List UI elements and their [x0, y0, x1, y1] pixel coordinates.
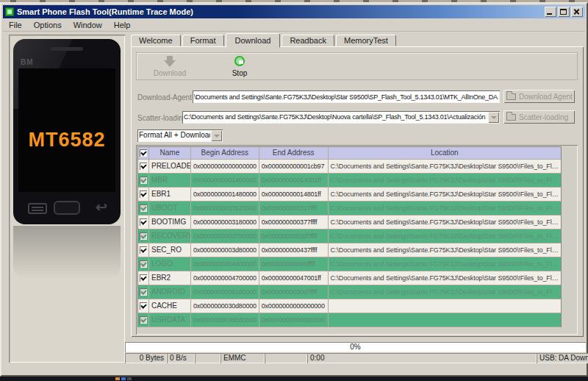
checkbox-icon	[140, 274, 147, 282]
download-agent-browse-button[interactable]: Download Agent	[503, 90, 575, 103]
window-title: Smart Phone Flash Tool(Runtime Trace Mod…	[17, 7, 193, 16]
tab[interactable]: Welcome	[131, 35, 181, 46]
phone-brand-label: BM	[21, 58, 34, 66]
download-agent-input[interactable]	[193, 90, 500, 103]
row-checkbox[interactable]	[138, 174, 149, 187]
scatter-file-browse-button[interactable]: Scatter-loading	[503, 110, 575, 124]
cell-end-address: 0x00000000047001ff	[259, 271, 329, 285]
chevron-down-icon[interactable]	[211, 130, 222, 141]
app-icon	[5, 7, 14, 16]
download-button[interactable]: Download	[144, 55, 196, 77]
tab[interactable]: Readback	[282, 35, 334, 46]
row-checkbox[interactable]	[138, 188, 149, 201]
menu-item[interactable]: File	[3, 19, 28, 31]
progress-label: 0%	[350, 343, 360, 351]
row-checkbox[interactable]	[138, 313, 149, 327]
table-row[interactable]: USRDATA 0x0000000038b80000 0x00000000000…	[138, 313, 561, 327]
folder-icon	[506, 114, 516, 121]
tab[interactable]: Download	[226, 33, 281, 48]
phone-nav-buttons: ↩	[13, 201, 121, 217]
table-row[interactable]: CACHE 0x0000000030d80000 0x0000000000000…	[138, 299, 561, 313]
cell-name: USRDATA	[149, 313, 191, 327]
cell-location	[329, 299, 561, 313]
chevron-down-icon[interactable]	[488, 112, 499, 123]
download-agent-label: Download-Agent	[137, 93, 192, 102]
status-cell	[265, 353, 307, 363]
cell-name: LOGO	[149, 257, 191, 271]
row-checkbox[interactable]	[138, 285, 149, 299]
menu-item[interactable]: Options	[28, 19, 68, 31]
cell-end-address: 0x0000000000000000	[259, 299, 329, 313]
column-header-end: End Address	[259, 147, 329, 159]
table-row[interactable]: LOGO 0x0000000004400000 0x00000000046fff…	[138, 257, 561, 271]
cell-name: UBOOT	[149, 202, 191, 215]
table-row[interactable]: SEC_RO 0x0000000003d80000 0x000000000437…	[138, 243, 561, 257]
cell-location: C:\Documents and Settings\Sante.FG75K3J\…	[329, 243, 561, 257]
checkbox-icon	[140, 218, 147, 226]
cell-end-address: 0x000000000317ffff	[259, 202, 329, 215]
phone-home-button-icon	[54, 201, 80, 215]
menu-bar: FileOptionsWindowHelp	[3, 18, 585, 32]
scatter-file-combobox[interactable]: C:\Documents and Settings\Sante.FG75K3J\…	[182, 111, 500, 124]
cell-location: C:\Documents and Settings\Sante.FG75K3J\…	[329, 257, 561, 271]
maximize-button[interactable]	[558, 7, 570, 17]
stop-icon	[214, 55, 265, 68]
partition-table-panel: Name Begin Address End Address Location …	[136, 145, 578, 335]
row-checkbox[interactable]	[138, 216, 149, 229]
minimize-button[interactable]	[545, 7, 556, 17]
toolbar: Download Stop	[136, 52, 578, 80]
download-tab-page: Download Stop Download-Agent Download Ag…	[131, 46, 584, 337]
row-checkbox[interactable]	[138, 299, 149, 313]
row-checkbox[interactable]	[138, 229, 149, 243]
title-bar[interactable]: Smart Phone Flash Tool(Runtime Trace Mod…	[3, 5, 585, 18]
table-row[interactable]: MBR 0x0000000001400000 0x00000000014001f…	[138, 174, 561, 188]
row-checkbox[interactable]	[138, 271, 149, 285]
tab[interactable]: MemoryTest	[336, 35, 396, 46]
cell-location: C:\Documents and Settings\Sante.FG75K3J\…	[329, 271, 561, 285]
cell-begin-address: 0x0000000003780000	[191, 229, 259, 243]
partition-table: Name Begin Address End Address Location …	[137, 146, 562, 327]
cell-location: C:\Documents and Settings\Sante.FG75K3J\…	[329, 202, 561, 215]
download-mode-select[interactable]: Format All + Download	[137, 129, 223, 142]
cell-end-address: 0x00000000014801ff	[259, 188, 329, 201]
close-button[interactable]	[571, 7, 583, 17]
cell-end-address: 0x0000000003d7ffff	[259, 229, 329, 243]
checkbox-icon	[140, 288, 147, 296]
table-row[interactable]: ANDROID 0x0000000005180000 0x0000000030d…	[138, 285, 561, 299]
taskbar-icon	[127, 377, 132, 380]
tab[interactable]: Format	[182, 35, 224, 46]
checkbox-icon	[140, 177, 147, 184]
cell-name: CACHE	[149, 299, 191, 313]
table-row[interactable]: PRELOADER 0x0000000000000000 0x000000000…	[138, 160, 561, 174]
table-row[interactable]: UBOOT 0x0000000003120000 0x000000000317f…	[138, 202, 561, 216]
row-checkbox[interactable]	[138, 202, 149, 215]
checkbox-icon	[140, 163, 147, 170]
cell-location: C:\Documents and Settings\Sante.FG75K3J\…	[329, 285, 561, 299]
cell-end-address: 0x0000000000000000	[259, 313, 329, 327]
phone-speaker	[51, 47, 83, 51]
phone-reflection	[13, 226, 121, 279]
phone-menu-button-icon	[28, 203, 47, 214]
menu-item[interactable]: Window	[68, 19, 108, 31]
table-row[interactable]: EBR1 0x0000000001480000 0x00000000014801…	[138, 188, 561, 202]
status-cell: 0 B/s	[167, 353, 195, 363]
checkbox-icon	[140, 232, 147, 240]
phone-back-button-icon: ↩	[96, 199, 107, 216]
menu-item[interactable]: Help	[108, 19, 137, 31]
table-row[interactable]: EBR2 0x0000000004700000 0x00000000047001…	[138, 271, 561, 285]
row-checkbox[interactable]	[138, 243, 149, 257]
cell-begin-address: 0x0000000003d80000	[191, 243, 259, 257]
table-row[interactable]: BOOTIMG 0x0000000003180000 0x00000000037…	[138, 216, 561, 229]
checkbox-icon	[140, 260, 147, 268]
row-checkbox[interactable]	[138, 160, 149, 173]
status-cell: 0 Bytes	[125, 353, 167, 363]
table-row[interactable]: RECOVERY 0x0000000003780000 0x0000000003…	[138, 229, 561, 243]
row-checkbox[interactable]	[138, 257, 149, 271]
stop-button[interactable]: Stop	[214, 55, 265, 77]
select-all-checkbox[interactable]	[138, 147, 149, 159]
checkbox-icon	[140, 149, 147, 157]
phone-chipset-label: MT6582	[13, 129, 121, 152]
cell-name: BOOTIMG	[149, 216, 191, 229]
cell-end-address: 0x000000000377ffff	[259, 216, 329, 229]
cell-end-address: 0x00000000014001ff	[259, 174, 329, 187]
